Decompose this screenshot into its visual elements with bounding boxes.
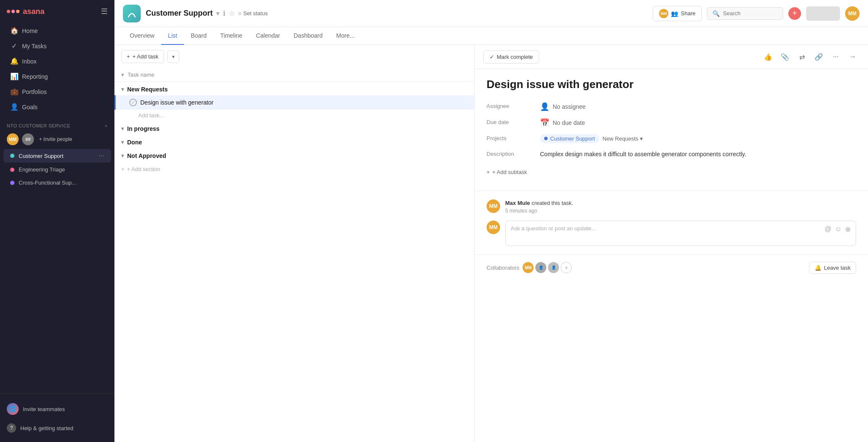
- plus-icon: +: [487, 169, 490, 175]
- tab-calendar[interactable]: Calendar: [249, 27, 287, 45]
- add-team-button[interactable]: +: [105, 123, 108, 128]
- chevron-down-icon[interactable]: ▾: [216, 9, 220, 17]
- avatar: MM: [659, 9, 668, 18]
- sidebar-item-reporting[interactable]: 📊 Reporting: [3, 69, 111, 84]
- add-collaborator-button[interactable]: +: [561, 262, 572, 273]
- project-label: Customer Support: [19, 153, 64, 159]
- section-badge[interactable]: New Requests ▾: [603, 135, 643, 142]
- task-row[interactable]: ✓ Design issue with generator: [114, 95, 474, 110]
- person-icon: 👤: [10, 103, 18, 111]
- sidebar-item-goals[interactable]: 👤 Goals: [3, 99, 111, 114]
- add-button[interactable]: +: [788, 7, 801, 20]
- section-new-requests[interactable]: ▾ New Requests: [114, 82, 474, 95]
- detail-content: Design issue with generator Assignee 👤 N…: [475, 69, 868, 187]
- topbar: Customer Support ▾ ℹ ☆ ○ Set status MM 👥…: [114, 0, 868, 27]
- add-subtask-button[interactable]: + + Add subtask: [487, 166, 856, 179]
- sidebar-item-inbox[interactable]: 🔔 Inbox: [3, 54, 111, 69]
- bell-icon: 🔔: [10, 57, 18, 65]
- asana-logo: asana: [7, 7, 45, 16]
- emoji-icon[interactable]: ☺: [835, 225, 842, 233]
- tab-list[interactable]: List: [161, 27, 184, 45]
- team-section-label: NTO Customer Service +: [0, 118, 114, 130]
- sidebar-footer: 🌐 Invite teammates ? Help & getting star…: [0, 393, 114, 442]
- tab-more[interactable]: More...: [329, 27, 362, 45]
- description-text[interactable]: Complex design makes it difficult to ass…: [540, 151, 746, 157]
- share-task-button[interactable]: ⇄: [795, 50, 809, 64]
- like-button[interactable]: 👍: [761, 50, 775, 64]
- link-button[interactable]: 🔗: [812, 50, 826, 64]
- circle-icon: ○: [238, 10, 242, 17]
- help-button[interactable]: ? Help & getting started: [7, 421, 108, 435]
- add-section-button[interactable]: + + Add section: [114, 162, 474, 177]
- add-task-dropdown-button[interactable]: ▾: [167, 50, 179, 63]
- avatar: ##: [22, 133, 34, 145]
- comment-input-area: MM Ask a question or post an update... @…: [487, 221, 856, 246]
- chevron-down-icon: ▾: [121, 139, 124, 145]
- search-input[interactable]: [723, 10, 774, 17]
- sidebar-item-my-tasks[interactable]: ✓ My Tasks: [3, 39, 111, 53]
- chevron-down-icon: ▾: [121, 126, 124, 132]
- star-icon[interactable]: ☆: [229, 9, 235, 17]
- project-label: Cross-Functional Sup...: [19, 180, 76, 186]
- tab-overview[interactable]: Overview: [123, 27, 161, 45]
- project-title: Customer Support: [146, 9, 213, 18]
- tab-timeline[interactable]: Timeline: [214, 27, 249, 45]
- add-task-button[interactable]: + + Add task: [121, 50, 164, 63]
- share-button[interactable]: MM 👥 Share: [653, 6, 702, 21]
- comment-item: MM Max Mule created this task. 5 minutes…: [487, 199, 856, 214]
- collab-avatars: MM 👤 👤 +: [523, 262, 572, 273]
- calendar-icon: 📅: [540, 118, 549, 127]
- section-not-approved[interactable]: ▾ Not Approved: [114, 148, 474, 162]
- menu-toggle-button[interactable]: ☰: [101, 7, 108, 16]
- tab-dashboard[interactable]: Dashboard: [287, 27, 330, 45]
- logo-text: asana: [23, 7, 45, 16]
- mark-complete-button[interactable]: ✓ Mark complete: [483, 50, 539, 64]
- project-icon: [123, 5, 141, 22]
- project-title-area: Customer Support ▾ ℹ ☆ ○ Set status: [146, 9, 268, 18]
- invite-people-button[interactable]: + Invite people: [39, 136, 72, 142]
- attachment-icon[interactable]: ⊕: [845, 225, 851, 233]
- plus-icon: +: [121, 166, 125, 172]
- sort-icon[interactable]: ▾: [121, 72, 124, 78]
- sidebar-item-engineering-triage[interactable]: Engineering Triage: [3, 163, 111, 176]
- chart-icon: 📊: [10, 72, 18, 80]
- collab-avatar: 👤: [535, 262, 546, 273]
- project-badge[interactable]: Customer Support: [540, 134, 599, 143]
- mention-icon[interactable]: @: [824, 225, 831, 233]
- team-members: MM ## + Invite people: [0, 130, 114, 149]
- user-avatar[interactable]: MM: [845, 6, 860, 21]
- attach-button[interactable]: 📎: [778, 50, 792, 64]
- close-panel-button[interactable]: →: [846, 50, 860, 64]
- leave-task-button[interactable]: 🔔 Leave task: [809, 262, 856, 274]
- comment-input-box[interactable]: Ask a question or post an update... @ ☺ …: [505, 221, 856, 246]
- tab-board[interactable]: Board: [184, 27, 213, 45]
- task-list-toolbar: + + Add task ▾: [114, 45, 474, 68]
- sidebar: asana ☰ 🏠 Home ✓ My Tasks 🔔 Inbox 📊 Repo…: [0, 0, 114, 442]
- field-due-date: Due date 📅 No due date: [487, 118, 856, 127]
- project-options-icon[interactable]: ···: [99, 152, 104, 160]
- comment-action: created this task.: [531, 200, 573, 206]
- task-check-icon[interactable]: ✓: [129, 99, 137, 106]
- add-task-inline-button[interactable]: Add task...: [114, 110, 474, 121]
- person-circle-icon: 👤: [540, 102, 549, 111]
- more-options-button[interactable]: ···: [829, 50, 843, 64]
- detail-panel: ✓ Mark complete 👍 📎 ⇄ 🔗 ··· → Design iss…: [475, 45, 868, 442]
- sidebar-item-label: Inbox: [22, 58, 36, 65]
- sidebar-item-portfolios[interactable]: 💼 Portfolios: [3, 84, 111, 99]
- section-in-progress[interactable]: ▾ In progress: [114, 121, 474, 135]
- plus-icon: +: [127, 53, 130, 60]
- search-bar[interactable]: 🔍: [707, 7, 783, 20]
- briefcase-icon: 💼: [10, 88, 18, 96]
- sidebar-item-label: Goals: [22, 104, 38, 110]
- field-description: Description Complex design makes it diff…: [487, 150, 856, 159]
- info-icon[interactable]: ℹ: [223, 9, 225, 17]
- field-assignee: Assignee 👤 No assignee: [487, 102, 856, 111]
- invite-teammates-button[interactable]: 🌐 Invite teammates: [7, 401, 108, 417]
- section-done[interactable]: ▾ Done: [114, 135, 474, 148]
- comment-time: 5 minutes ago: [505, 208, 573, 214]
- sidebar-item-customer-support[interactable]: Customer Support ···: [3, 149, 111, 163]
- sidebar-item-home[interactable]: 🏠 Home: [3, 23, 111, 38]
- extra-button[interactable]: [806, 6, 840, 21]
- sidebar-item-cross-functional[interactable]: Cross-Functional Sup...: [3, 177, 111, 189]
- set-status-button[interactable]: ○ Set status: [238, 10, 268, 17]
